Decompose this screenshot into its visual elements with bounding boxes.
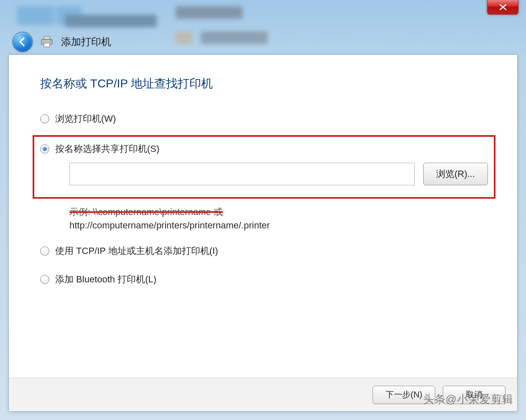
option-label: 按名称选择共享打印机(S) xyxy=(55,143,159,155)
wizard-footer: 下一步(N) 取消 xyxy=(9,378,517,411)
svg-rect-2 xyxy=(44,43,50,47)
option-select-by-name[interactable]: 按名称选择共享打印机(S) xyxy=(40,143,488,155)
page-heading: 按名称或 TCP/IP 地址查找打印机 xyxy=(40,76,488,92)
arrow-left-icon xyxy=(17,36,28,47)
example-line-1: 示例: \\computername\printername 或 xyxy=(69,205,488,219)
radio-icon xyxy=(40,275,49,284)
wizard-title: 添加打印机 xyxy=(61,35,111,49)
nav-back-button[interactable] xyxy=(13,32,33,52)
radio-icon xyxy=(40,114,49,123)
svg-rect-0 xyxy=(44,36,50,39)
option-bluetooth[interactable]: 添加 Bluetooth 打印机(L) xyxy=(40,273,488,286)
next-button[interactable]: 下一步(N) xyxy=(373,386,435,404)
highlight-annotation: 按名称选择共享打印机(S) 浏览(R)... xyxy=(33,135,495,199)
option-label: 添加 Bluetooth 打印机(L) xyxy=(55,273,156,286)
radio-icon xyxy=(40,246,49,256)
cancel-button[interactable]: 取消 xyxy=(443,386,506,404)
wizard-header: 添加打印机 xyxy=(8,29,518,54)
close-icon xyxy=(499,4,507,10)
example-line-2: http://computername/printers/printername… xyxy=(69,219,488,232)
option-label: 使用 TCP/IP 地址或主机名添加打印机(I) xyxy=(55,245,218,257)
wizard-panel: 按名称或 TCP/IP 地址查找打印机 浏览打印机(W) 按名称选择共享打印机(… xyxy=(8,54,518,412)
example-text: 示例: \\computername\printername 或 http://… xyxy=(69,205,488,232)
browse-button[interactable]: 浏览(R)... xyxy=(423,163,488,185)
svg-point-3 xyxy=(50,41,51,42)
window-close-button[interactable] xyxy=(487,0,518,15)
printer-name-input[interactable] xyxy=(69,163,415,185)
printer-icon xyxy=(40,36,54,48)
option-browse-printers[interactable]: 浏览打印机(W) xyxy=(40,113,488,125)
option-tcpip[interactable]: 使用 TCP/IP 地址或主机名添加打印机(I) xyxy=(40,245,488,257)
option-label: 浏览打印机(W) xyxy=(55,113,116,125)
radio-icon xyxy=(40,144,49,154)
